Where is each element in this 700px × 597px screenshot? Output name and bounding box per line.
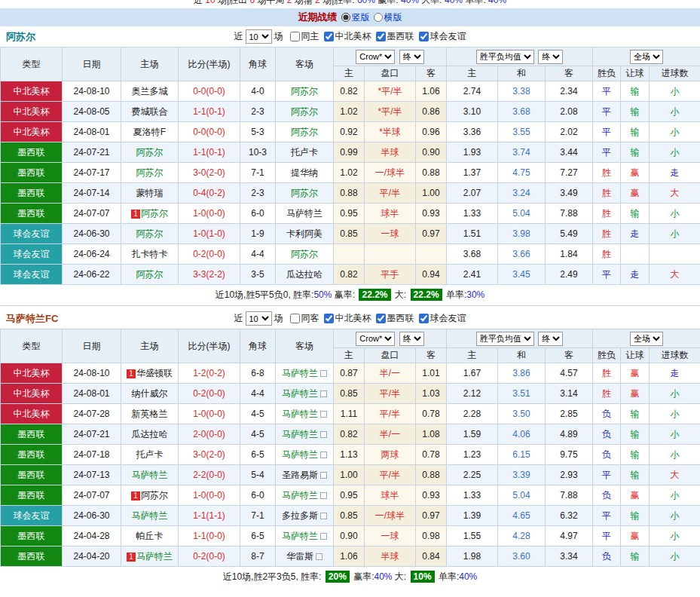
odds-handicap-cell [365,244,416,265]
away-team-name[interactable]: 马萨特兰 [282,368,318,378]
odds-stage-select[interactable]: 终 [399,50,424,64]
home-team-name[interactable]: 马萨特兰 [136,551,173,562]
home-team-name[interactable]: 阿苏尔 [136,167,164,178]
filter-checkbox[interactable]: 球会友谊 [419,30,466,43]
home-team-name[interactable]: 阿苏尔 [136,147,164,158]
away-team-name[interactable]: 阿苏尔 [291,127,318,137]
filter-checkbox[interactable]: 同客 [290,312,319,325]
odds-stage-select[interactable]: 终 [399,332,424,346]
away-team-name[interactable]: 阿苏尔 [291,188,318,198]
vertical-radio-input[interactable] [341,13,350,22]
score-cell: 0-2(0-0) [179,244,240,265]
filter-checkbox[interactable]: 中北美杯 [324,30,371,43]
home-team-name[interactable]: 托卢卡 [136,449,164,460]
mean-type-select[interactable]: 胜平负均值 [476,50,534,64]
home-team-name[interactable]: 阿苏尔 [136,269,164,280]
filter-checkbox[interactable]: 球会友谊 [419,312,466,325]
scope-select[interactable]: 全场 [630,50,663,64]
odds-handicap-cell: 半球 [365,546,416,567]
filter-checkbox-input[interactable] [290,32,300,41]
recent-count-select[interactable]: 10 [246,311,272,326]
filter-checkbox[interactable]: 墨西联 [376,312,414,325]
odds-home-cell: 0.90 [334,526,365,546]
scope-select[interactable]: 全场 [630,332,663,346]
odds-handicap-cell: 半球 [365,142,416,163]
home-team-name[interactable]: 瓜达拉哈 [132,429,168,439]
filter-checkbox-input[interactable] [376,314,386,323]
layout-radio-horizontal[interactable]: 横版 [374,11,402,24]
home-team-name[interactable]: 新英格兰 [132,409,168,419]
away-team-name[interactable]: 华雷斯 [286,551,313,562]
mean-type-select[interactable]: 胜平负均值 [476,332,534,346]
result-goals-cell: 小 [650,384,700,404]
odds-company-select[interactable]: Crow* [356,50,395,64]
away-team-name[interactable]: 多拉多斯 [282,510,318,521]
mean-stage-select[interactable]: 终 [538,332,563,346]
home-team-name[interactable]: 纳什威尔 [132,388,168,399]
filter-checkbox-input[interactable] [324,32,334,41]
col-header-odds-handicap: 盘口 [365,66,416,81]
mean-stage-select[interactable]: 终 [538,50,563,64]
match-select-checkbox[interactable] [320,390,327,397]
away-team-name[interactable]: 马萨特兰 [282,490,318,501]
away-team-name[interactable]: 马萨特兰 [282,531,318,541]
match-select-checkbox[interactable] [320,370,327,377]
filter-checkbox-input[interactable] [419,32,429,41]
filter-checkbox-input[interactable] [376,32,386,41]
col-header-type: 类型 [1,47,63,81]
match-select-checkbox[interactable] [320,452,327,458]
mean-away-cell: 3.14 [546,384,593,404]
away-team-name[interactable]: 马萨特兰 [286,208,322,219]
home-team-name[interactable]: 阿苏尔 [136,228,164,239]
match-select-checkbox[interactable] [320,513,327,519]
match-type-cell: 墨西联 [1,183,63,204]
away-team-name[interactable]: 阿苏尔 [291,249,318,259]
home-team-name[interactable]: 夏洛特F [133,127,166,137]
home-team-name[interactable]: 阿苏尔 [141,208,168,219]
filter-checkbox[interactable]: 中北美杯 [324,312,371,325]
away-team-name[interactable]: 瓜达拉哈 [286,269,322,280]
match-type-cell: 墨西联 [1,546,63,567]
away-team-name[interactable]: 马萨特兰 [282,429,318,439]
filter-checkbox-input[interactable] [324,314,334,323]
mean-away-cell: 9.75 [546,445,593,465]
result-goals-cell: 走 [650,163,700,183]
away-team-name[interactable]: 卡利阿美 [286,228,322,239]
match-type-cell: 球会友谊 [1,244,63,265]
layout-radio-vertical[interactable]: 竖版 [341,11,370,24]
match-select-checkbox[interactable] [320,533,327,540]
match-select-checkbox[interactable] [320,492,327,499]
away-team-name[interactable]: 阿苏尔 [291,86,318,96]
away-team-name[interactable]: 托卢卡 [291,147,318,158]
home-team-name[interactable]: 费城联合 [132,106,168,117]
filter-checkbox[interactable]: 墨西联 [376,30,414,43]
away-team-name[interactable]: 阿苏尔 [291,106,318,117]
summary-text: 大: [393,289,409,300]
home-team-name[interactable]: 扎卡特卡 [132,249,168,259]
away-team-name[interactable]: 马萨特兰 [282,409,318,419]
filter-checkbox-input[interactable] [290,314,300,323]
horizontal-radio-input[interactable] [374,13,383,22]
result-handicap-cell: 输 [621,102,650,122]
match-select-checkbox[interactable] [320,472,327,479]
odds-company-select[interactable]: Crow* [356,332,395,346]
home-team-name[interactable]: 华盛顿联 [136,368,173,378]
match-select-checkbox[interactable] [320,411,327,418]
home-team-name[interactable]: 马萨特兰 [132,470,168,480]
match-select-checkbox[interactable] [320,431,327,438]
home-team-name[interactable]: 马萨特兰 [132,510,168,521]
home-team-name[interactable]: 帕丘卡 [136,531,164,541]
home-team-name[interactable]: 奥兰多城 [132,86,168,96]
mean-away-cell: 2.93 [546,465,593,485]
filter-checkbox-input[interactable] [419,314,429,323]
away-team-name[interactable]: 马萨特兰 [282,449,318,460]
away-team-name[interactable]: 提华纳 [291,167,318,178]
home-team-name[interactable]: 蒙特瑞 [136,188,164,198]
away-team-name[interactable]: 圣路易斯 [282,470,318,480]
recent-count-select[interactable]: 10 [246,29,272,44]
away-team-name[interactable]: 马萨特兰 [282,388,318,399]
filter-checkbox[interactable]: 同主 [290,30,319,43]
match-select-checkbox[interactable] [316,553,322,560]
home-team-name[interactable]: 阿苏尔 [141,490,168,501]
home-team-cell: 马萨特兰 [121,506,179,526]
